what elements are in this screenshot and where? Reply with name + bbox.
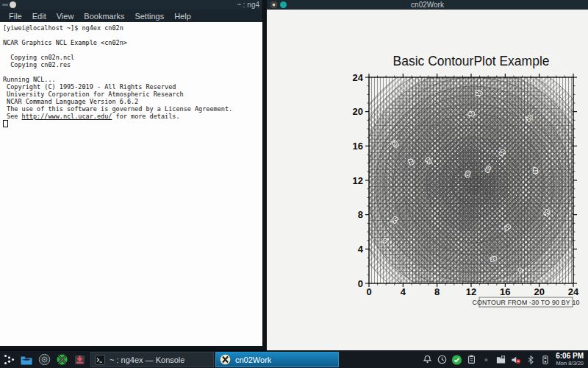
contour-info-label: CONTOUR FROM -30 TO 90 BY 10 <box>472 299 579 306</box>
y-tick-label: 16 <box>353 141 363 152</box>
task-button--ng4ex-konsole[interactable]: ~ : ng4ex — Konsole <box>90 352 214 367</box>
bluetooth-icon[interactable] <box>525 354 536 365</box>
plot-titlebar[interactable]: cn02Work <box>267 0 588 10</box>
digital-clock[interactable]: 6:06 PM Mon 8/3/20 <box>556 353 588 367</box>
clock-date: Mon 8/3/20 <box>556 360 584 367</box>
contour-label: 40 <box>468 111 474 117</box>
status-dim-icon[interactable] <box>481 354 492 365</box>
chart-title: Basic ContourPlot Example <box>392 54 549 68</box>
menu-item-help[interactable]: Help <box>171 12 195 21</box>
x-tick-label: 12 <box>466 286 476 297</box>
contour-label: 80 <box>465 171 470 177</box>
terminal-cursor <box>3 120 8 127</box>
media-device-icon[interactable] <box>539 354 551 365</box>
terminal-line: See http://www.ncl.ucar.edu/ for more de… <box>3 113 262 120</box>
clock-tray-icon[interactable] <box>437 354 448 365</box>
task-manager: ~ : ng4ex — Konsolecn02Work <box>90 352 340 367</box>
system-tray <box>422 354 556 365</box>
task-label: ~ : ng4ex — Konsole <box>110 355 184 364</box>
taskbar-panel: ~ : ng4ex — Konsolecn02Work 6:06 PM Mon … <box>0 350 588 368</box>
application-launcher-icon[interactable] <box>2 353 15 367</box>
konsole-window: ~ : ng4 FileEditViewBookmarksSettingsHel… <box>0 0 263 346</box>
x-tick-label: 20 <box>534 286 544 297</box>
file-manager-icon[interactable] <box>20 353 33 367</box>
contour-label: 40 <box>533 168 539 174</box>
terminal-line: Copyright (C) 1995-2019 - All Rights Res… <box>3 83 262 91</box>
updates-ok-icon[interactable] <box>451 354 462 365</box>
plot-window: cn02Work <box>267 0 588 351</box>
x-tick-label: 16 <box>500 286 510 297</box>
contour-label: 20 <box>476 91 482 96</box>
menu-item-settings[interactable]: Settings <box>131 12 168 21</box>
konsole-titlebar[interactable]: ~ : ng4 <box>0 0 262 10</box>
game-icon[interactable] <box>55 353 68 367</box>
menu-item-edit[interactable]: Edit <box>29 12 50 21</box>
y-tick-label: 4 <box>358 244 364 255</box>
y-tick-label: 24 <box>353 72 364 83</box>
y-tick-label: 20 <box>353 106 363 117</box>
y-tick-label: 12 <box>353 175 363 186</box>
terminal-line: NCAR Graphics NCL Example <cn02n> <box>3 39 262 46</box>
task-button-cn02work[interactable]: cn02Work <box>215 352 339 367</box>
notifications-bell-icon[interactable] <box>422 354 433 365</box>
menu-item-file[interactable]: File <box>5 12 26 21</box>
menu-item-bookmarks[interactable]: Bookmarks <box>80 12 128 21</box>
x-tick-label: 8 <box>434 286 440 297</box>
x-tick-label: 0 <box>366 286 371 297</box>
window-title: cn02Work <box>267 1 588 9</box>
menu-bar: FileEditViewBookmarksSettingsHelp <box>0 10 262 22</box>
terminal-line: University Corporation for Atmospheric R… <box>3 91 262 98</box>
quick-launchers <box>0 353 90 367</box>
window-menu-icon[interactable] <box>2 4 8 6</box>
contour-band <box>463 174 484 194</box>
window-close-button[interactable] <box>10 1 16 8</box>
konsole-icon <box>95 355 105 365</box>
terminal-line <box>3 46 262 54</box>
clipboard-icon[interactable] <box>466 354 477 365</box>
terminal-line: NCAR Command Language Version 6.6.2 <box>3 98 262 105</box>
disc-player-icon[interactable] <box>37 353 51 367</box>
device-notifier-icon[interactable] <box>495 354 506 365</box>
task-label: cn02Work <box>235 355 271 364</box>
package-installer-icon[interactable] <box>73 353 86 367</box>
terminal-line: Running NCL... <box>3 76 262 83</box>
menu-item-view[interactable]: View <box>53 12 78 21</box>
terminal-link[interactable]: http://www.ncl.ucar.edu/ <box>22 113 112 120</box>
y-tick-label: 8 <box>358 209 363 220</box>
terminal-line: Copying cn02.res <box>3 61 262 68</box>
terminal-line: The use of this software is governed by … <box>3 105 262 113</box>
x11-icon <box>220 354 231 365</box>
terminal-line <box>3 32 262 39</box>
y-tick-label: 0 <box>358 278 363 289</box>
x-tick-label: 24 <box>568 286 579 297</box>
volume-muted-icon[interactable] <box>510 354 521 365</box>
clock-time: 6:06 PM <box>556 353 584 360</box>
terminal-line: Copying cn02n.ncl <box>3 54 262 61</box>
x-tick-label: 4 <box>401 286 406 297</box>
contour-plot-canvas: 0481216202404812162024Basic ContourPlot … <box>267 10 588 351</box>
terminal-output[interactable]: [yiwei@localhost ~]$ ng4ex cn02n NCAR Gr… <box>0 22 262 346</box>
terminal-line: [yiwei@localhost ~]$ ng4ex cn02n <box>3 24 262 32</box>
window-title: ~ : ng4 <box>237 1 259 9</box>
terminal-line <box>3 68 262 76</box>
